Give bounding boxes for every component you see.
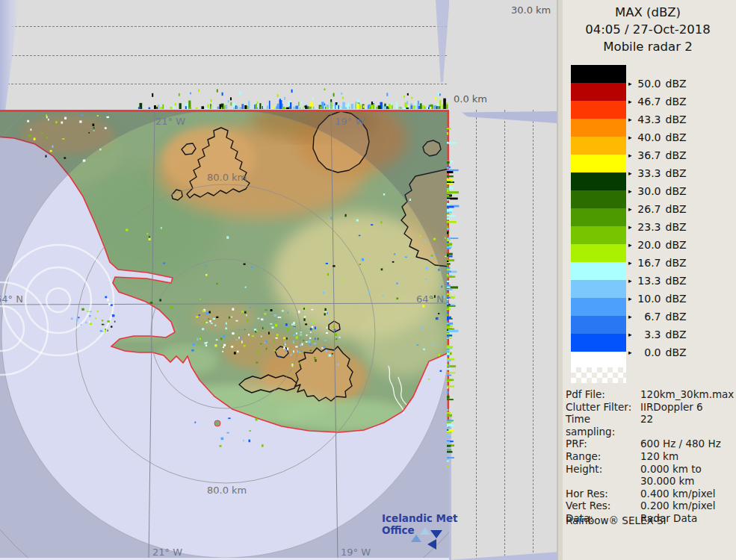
tick-arrow-icon: ▸ xyxy=(628,331,632,338)
scale-tick-row: ▸13.3dBZ xyxy=(628,275,687,286)
tick-arrow-icon: ▸ xyxy=(628,80,632,87)
metadata-row: Vert Res:0.200 km/pixel xyxy=(566,500,734,512)
metadata-value: 600 Hz / 480 Hz xyxy=(640,438,734,450)
metadata-label: Time sampling: xyxy=(566,413,640,438)
scale-tick-row: ▸30.0dBZ xyxy=(628,185,687,196)
scale-band xyxy=(571,334,626,352)
profile-gridline xyxy=(504,110,505,560)
scale-tick-value: 33.3 xyxy=(634,167,661,179)
metadata-value: 120km_30km.max xyxy=(640,388,734,401)
tick-arrow-icon: ▸ xyxy=(628,313,632,320)
island-vestmannaeyjar xyxy=(214,420,220,426)
height-axis-zero-label: 0.0 km xyxy=(454,93,487,105)
metadata-label: Pdf File: xyxy=(566,388,640,401)
metadata-label: Vert Res: xyxy=(566,500,640,512)
tick-arrow-icon: ▸ xyxy=(628,134,632,141)
metadata-value: 120 km xyxy=(640,450,734,463)
logo-triangle-icon xyxy=(430,530,442,538)
scale-tick-unit: dBZ xyxy=(666,131,687,143)
logo-triangle-icon xyxy=(427,539,436,550)
scale-band xyxy=(571,262,626,280)
scale-tick-unit: dBZ xyxy=(666,167,687,179)
metadata-row: Range:120 km xyxy=(566,450,734,463)
scale-tick-unit: dBZ xyxy=(666,257,687,269)
scale-band xyxy=(571,226,626,244)
metadata-value: 0.400 km/pixel xyxy=(640,488,734,500)
metadata-table: Pdf File:120km_30km.maxClutter Filter:II… xyxy=(566,388,734,525)
scale-tick-unit: dBZ xyxy=(666,329,687,340)
meridian-label-21w-bottom: 21° W xyxy=(152,547,182,558)
logo-triangle-icon xyxy=(411,535,421,542)
scale-tick-unit: dBZ xyxy=(666,239,687,251)
metadata-value: 0.200 km/pixel xyxy=(640,500,734,512)
product-title-block: MAX (dBZ) 04:05 / 27-Oct-2018 Mobile rad… xyxy=(558,4,736,55)
metadata-value: IIRDoppler 6 xyxy=(640,401,734,414)
profile-gridline xyxy=(0,84,447,84)
scale-tick-row: ▸16.7dBZ xyxy=(628,257,687,268)
scale-band xyxy=(571,280,626,298)
parallel-label-64n-right: 64° N xyxy=(416,293,444,305)
right-profile-panel xyxy=(449,110,557,560)
scale-band xyxy=(571,298,626,316)
tick-arrow-icon: ▸ xyxy=(628,259,632,267)
scale-band xyxy=(571,101,626,119)
scale-tick-value: 6.7 xyxy=(634,311,661,323)
metadata-label: Range: xyxy=(566,450,640,463)
scale-tick-unit: dBZ xyxy=(666,113,687,125)
metadata-label: Hor Res: xyxy=(566,488,640,500)
product-name: MAX (dBZ) xyxy=(558,4,736,21)
scale-tick-row: ▸50.0dBZ xyxy=(628,78,687,89)
cone-edge-wedge xyxy=(449,551,557,560)
scale-band xyxy=(571,190,626,208)
scale-tick-value: 36.7 xyxy=(634,149,661,161)
scale-tick-unit: dBZ xyxy=(666,293,687,305)
scale-tick-row: ▸43.3dBZ xyxy=(628,113,687,125)
scale-band xyxy=(571,208,626,226)
metadata-row: Hor Res:0.400 km/pixel xyxy=(566,488,734,500)
scale-band xyxy=(571,83,626,101)
tick-arrow-icon: ▸ xyxy=(628,277,632,284)
profile-gridline xyxy=(533,110,534,560)
radar-name: Mobile radar 2 xyxy=(558,38,736,55)
scale-tick-row: ▸36.7dBZ xyxy=(628,149,687,161)
scale-tick-unit: dBZ xyxy=(666,346,687,358)
info-panel: MAX (dBZ) 04:05 / 27-Oct-2018 Mobile rad… xyxy=(557,0,736,560)
scale-band xyxy=(571,137,626,155)
scale-tick-row: ▸20.0dBZ xyxy=(628,239,687,250)
tick-arrow-icon: ▸ xyxy=(628,205,632,213)
metadata-value: 0.000 km to xyxy=(640,463,734,476)
scale-tick-unit: dBZ xyxy=(666,311,687,323)
scale-tick-value: 43.3 xyxy=(634,113,661,125)
meridian-label-21w-top: 21° W xyxy=(155,116,185,127)
scale-tick-value: 20.0 xyxy=(634,239,661,251)
tick-arrow-icon: ▸ xyxy=(628,116,632,123)
scale-tick-unit: dBZ xyxy=(666,149,687,161)
metadata-row: Height:0.000 km to xyxy=(566,463,734,476)
scale-tick-value: 13.3 xyxy=(634,275,661,287)
scale-tick-value: 3.3 xyxy=(634,329,661,340)
product-datetime: 04:05 / 27-Oct-2018 xyxy=(558,21,736,38)
scale-band xyxy=(571,172,626,190)
scale-band-transparent xyxy=(571,367,626,383)
scale-tick-unit: dBZ xyxy=(666,78,687,90)
metadata-row: PRF:600 Hz / 480 Hz xyxy=(566,438,734,450)
scale-tick-row: ▸46.7dBZ xyxy=(628,96,687,107)
scale-tick-row: ▸3.3dBZ xyxy=(628,329,687,340)
metadata-label: PRF: xyxy=(566,438,640,450)
logo-line1: Icelandic Met xyxy=(382,512,458,524)
tick-arrow-icon: ▸ xyxy=(628,349,632,356)
profile-gridline xyxy=(0,26,447,27)
meridian-label-19w-top: 19° W xyxy=(335,116,365,127)
sea-edge-strip xyxy=(449,415,451,560)
logo-triangle-icon xyxy=(420,527,430,535)
scale-tick-value: 50.0 xyxy=(634,78,661,90)
metadata-label: Height: xyxy=(566,463,640,476)
scale-tick-row: ▸33.3dBZ xyxy=(628,167,687,178)
scale-tick-row: ▸10.0dBZ xyxy=(628,293,687,304)
tick-arrow-icon: ▸ xyxy=(628,152,632,159)
scale-tick-value: 46.7 xyxy=(634,96,661,108)
metadata-row: Time sampling:22 xyxy=(566,413,734,438)
meridian-label-19w-bottom: 19° W xyxy=(341,547,371,558)
scale-tick-unit: dBZ xyxy=(666,275,687,287)
scale-band xyxy=(571,65,626,83)
